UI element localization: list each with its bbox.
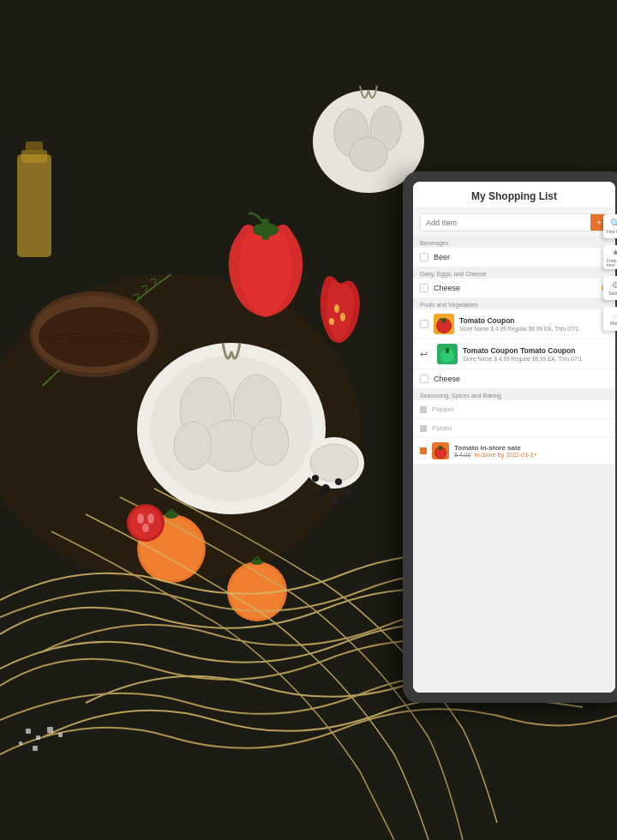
more-button[interactable]: ··· More <box>603 307 617 331</box>
item-subtitle: Store Name $ 4.99 Regular $6.99 EA, Thru… <box>459 326 608 332</box>
add-item-input[interactable] <box>421 215 590 231</box>
svg-rect-60 <box>439 446 442 450</box>
item-checkbox[interactable] <box>420 320 428 328</box>
frequent-item-label: FrequentItem <box>607 259 617 267</box>
undo-icon[interactable]: ↩ <box>420 349 432 360</box>
more-icon: ··· <box>613 312 617 320</box>
item-name: Cheese <box>434 375 608 383</box>
star-icon: ★ <box>612 248 618 257</box>
svg-point-36 <box>335 478 342 485</box>
svg-rect-43 <box>47 727 53 733</box>
category-dairy: Dairy, Eggs, and Cheese <box>413 267 615 279</box>
svg-rect-32 <box>17 154 51 257</box>
sale-info: In-Store By 2021-01-1+ <box>474 452 536 458</box>
svg-point-48 <box>129 507 162 539</box>
svg-point-51 <box>142 524 149 532</box>
item-checkbox[interactable] <box>420 284 428 292</box>
item-details: Tomato in-store sale $ 4.00 In-Store By … <box>454 444 608 458</box>
item-title: Tomato in-store sale <box>454 444 608 452</box>
item-name: Pepper <box>432 405 608 413</box>
svg-point-8 <box>251 417 289 465</box>
svg-rect-41 <box>26 729 31 734</box>
list-item[interactable]: Tomato Coupon Store Name $ 4.99 Regular … <box>413 309 615 339</box>
find-item-button[interactable]: 🔍 Find Item <box>603 214 617 238</box>
svg-point-18 <box>340 313 345 321</box>
category-seasoning: Seasoning, Spices and Baking <box>413 389 615 400</box>
item-indicator <box>420 406 427 413</box>
category-fruits-veg: Fruits and Vegetables <box>413 298 615 309</box>
svg-rect-44 <box>58 733 63 737</box>
list-item[interactable]: Cheese <box>413 279 615 298</box>
svg-point-40 <box>331 498 338 505</box>
svg-point-19 <box>329 318 334 325</box>
item-image <box>437 344 458 364</box>
svg-point-7 <box>174 422 212 470</box>
list-item[interactable]: Beer <box>413 248 615 267</box>
find-item-label: Find Item <box>607 230 617 234</box>
svg-point-22 <box>165 512 178 519</box>
item-name: Cheese <box>434 284 595 292</box>
svg-rect-33 <box>21 150 47 163</box>
svg-rect-42 <box>36 735 40 740</box>
app-title: My Shopping List <box>420 190 608 202</box>
more-label: More <box>610 321 617 326</box>
category-beverages: Beverages <box>413 237 615 248</box>
svg-point-39 <box>316 492 323 499</box>
item-checkbox[interactable] <box>420 375 428 383</box>
item-indicator <box>420 425 427 432</box>
svg-point-37 <box>312 475 319 482</box>
svg-point-17 <box>334 304 339 313</box>
app-header: My Shopping List <box>413 182 615 208</box>
svg-rect-34 <box>26 141 43 152</box>
item-name: Beer <box>434 253 608 261</box>
svg-point-16 <box>253 223 279 237</box>
item-details: Tomato Coupon Tomato Coupon Store Name $… <box>463 346 608 362</box>
shopping-list: Beverages Beer Dairy, Eggs, and Cheese C… <box>413 237 615 693</box>
list-item[interactable]: Pepper <box>413 400 615 419</box>
list-item[interactable]: Cheese <box>413 369 615 389</box>
side-icon-panel: 🔍 Find Item ★ FrequentItem ⚙ Setting ···… <box>603 214 617 331</box>
original-price: $ 4.00 <box>454 452 470 458</box>
svg-rect-46 <box>33 746 38 751</box>
svg-point-12 <box>350 137 387 171</box>
item-indicator <box>420 447 427 454</box>
item-image <box>432 442 449 459</box>
svg-point-35 <box>321 484 330 493</box>
item-name: Potato <box>432 424 608 432</box>
svg-rect-57 <box>446 348 449 353</box>
item-checkbox[interactable] <box>420 253 428 261</box>
tablet-device: 🔍 Find Item ★ FrequentItem ⚙ Setting ···… <box>403 171 617 703</box>
svg-point-25 <box>251 560 263 565</box>
setting-label: Setting <box>608 291 617 296</box>
svg-rect-54 <box>442 318 446 323</box>
item-details: Tomato Coupon Store Name $ 4.99 Regular … <box>459 316 608 332</box>
item-title: Tomato Coupon Tomato Coupon <box>463 346 608 355</box>
list-item[interactable]: ↩ Tomato Coupon Tomato Coupon Store Name… <box>413 339 615 369</box>
list-item[interactable]: Tomato in-store sale $ 4.00 In-Store By … <box>413 438 615 465</box>
svg-point-31 <box>39 307 150 367</box>
search-bar[interactable]: + <box>420 213 608 231</box>
app-screen: My Shopping List + Beverages Beer Dairy,… <box>413 182 615 693</box>
svg-point-49 <box>137 513 144 524</box>
gear-icon: ⚙ <box>612 280 618 290</box>
svg-point-50 <box>147 513 154 524</box>
item-image <box>434 314 454 334</box>
list-item[interactable]: Potato <box>413 419 615 438</box>
item-subtitle: Store Name $ 4.99 Regular $6.99 EA, Thru… <box>463 356 608 362</box>
search-icon: 🔍 <box>610 219 617 228</box>
svg-point-38 <box>343 489 351 497</box>
item-title: Tomato Coupon <box>459 316 608 325</box>
frequent-item-button[interactable]: ★ FrequentItem <box>603 245 617 269</box>
settings-button[interactable]: ⚙ Setting <box>603 276 617 300</box>
svg-rect-45 <box>19 741 22 745</box>
